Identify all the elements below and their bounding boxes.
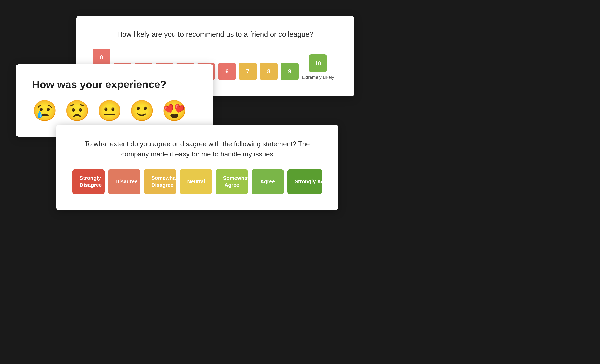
- emoji-item-4[interactable]: 😍: [162, 100, 187, 121]
- agree-button-2[interactable]: Somewhat Disagree: [144, 169, 176, 194]
- nps-button-8[interactable]: 8: [260, 63, 278, 80]
- nps-item-7: 7: [239, 63, 257, 80]
- emoji-item-1[interactable]: 😟: [65, 100, 90, 121]
- nps-button-9[interactable]: 9: [281, 63, 299, 80]
- agree-button-4[interactable]: Somewhat Agree: [216, 169, 248, 194]
- nps-item-6: 6: [218, 63, 236, 80]
- agree-question: To what extent do you agree or disagree …: [72, 139, 322, 159]
- agree-button-6[interactable]: Strongly Agree: [287, 169, 322, 194]
- agree-button-1[interactable]: Disagree: [108, 169, 141, 194]
- nps-button-10[interactable]: 10: [309, 55, 327, 72]
- nps-button-0[interactable]: 0: [93, 49, 110, 66]
- nps-label-right: Extremely Likely: [302, 74, 334, 80]
- nps-item-8: 8: [260, 63, 278, 80]
- emoji-item-0[interactable]: 😢: [32, 100, 57, 121]
- emoji-item-3[interactable]: 🙂: [129, 100, 155, 121]
- nps-question: How likely are you to recommend us to a …: [93, 30, 338, 39]
- emoji-question: How was your experience?: [32, 78, 197, 91]
- agree-button-3[interactable]: Neutral: [180, 169, 212, 194]
- nps-button-6[interactable]: 6: [218, 63, 236, 80]
- emoji-item-2[interactable]: 😐: [97, 100, 122, 121]
- agree-button-5[interactable]: Agree: [252, 169, 284, 194]
- nps-button-7[interactable]: 7: [239, 63, 257, 80]
- nps-item-9: 9: [281, 63, 299, 80]
- agree-button-0[interactable]: Strongly Disagree: [72, 169, 105, 194]
- nps-item-10: 10Extremely Likely: [302, 55, 334, 80]
- agree-card: To what extent do you agree or disagree …: [56, 125, 338, 210]
- agree-buttons-row: Strongly DisagreeDisagreeSomewhat Disagr…: [72, 169, 322, 194]
- emoji-row: 😢😟😐🙂😍: [32, 100, 197, 121]
